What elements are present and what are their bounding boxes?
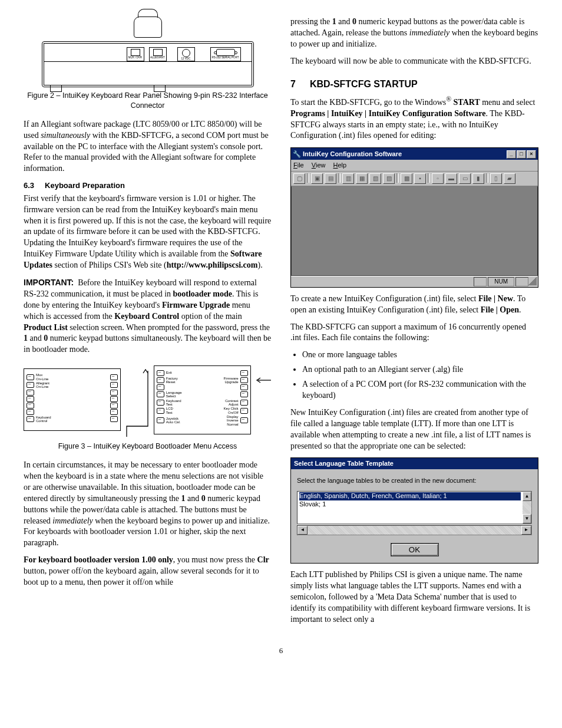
titlebar: 🔧 IntuiKey Configuration Software _□×	[291, 148, 538, 160]
paragraph: For keyboard bootloader version 1.00 onl…	[24, 555, 272, 588]
list-item: One or more language tables	[302, 350, 538, 361]
dialog-prompt: Select the language tables to be created…	[297, 476, 532, 485]
port-rs232: RS-232 SERIAL PORT	[210, 47, 241, 61]
listbox[interactable]: English, Spanish, Dutch, French, German,…	[297, 491, 532, 524]
paragraph: pressing the 1 and 0 numeric keypad butt…	[290, 17, 538, 50]
vertical-scrollbar[interactable]: ▲ ▼	[523, 492, 531, 523]
right-column: pressing the 1 and 0 numeric keypad butt…	[290, 17, 538, 631]
arrow-icon	[125, 361, 149, 438]
ok-button[interactable]: OK	[391, 543, 438, 556]
maximize-icon[interactable]: □	[517, 150, 526, 159]
app-window: 🔧 IntuiKey Configuration Software _□× Fi…	[290, 147, 538, 287]
port-allegiant: ALLEGIANT	[149, 47, 167, 61]
paragraph: Each LTT published by Philips CSI is giv…	[290, 569, 538, 625]
toolbar-icon[interactable]: ▰	[504, 173, 515, 184]
menu-view[interactable]: View	[312, 162, 326, 169]
bullet-list: One or more language tables An optional …	[290, 350, 538, 401]
window-title: IntuiKey Configuration Software	[303, 150, 402, 157]
arrow-icon	[256, 374, 272, 386]
lcd-left: MuxOn-LineAllegiantOn-LineKeyboardContro…	[24, 368, 121, 431]
resize-grip-icon[interactable]	[528, 277, 537, 285]
figure-3-caption: Figure 3 – IntuiKey Keyboard Bootloader …	[24, 442, 272, 452]
paragraph: First verify that the keyboard's firmwar…	[24, 193, 272, 271]
subheading-6-3: 6.3 Keyboard Preparation	[24, 180, 272, 191]
toolbar-icon[interactable]: ▥	[342, 173, 354, 184]
status-cell-num: NUM	[488, 277, 514, 286]
toolbar-icon[interactable]: ▪	[414, 173, 426, 184]
joystick-icon	[134, 17, 162, 38]
left-column: MUX / DVR ALLEGIANT 12 VDC RS-232 SERIAL…	[24, 17, 272, 631]
list-item[interactable]: Slovak; 1	[299, 500, 521, 509]
horizontal-scrollbar[interactable]: ◄ ►	[297, 525, 532, 535]
toolbar-icon[interactable]: ▮	[472, 173, 484, 184]
dialog-title: Select Language Table Template	[291, 458, 538, 469]
paragraph: New IntuiKey Configuration (.int) files …	[290, 407, 538, 452]
toolbar-icon[interactable]: ▩	[401, 173, 412, 184]
port-12vdc: 12 VDC	[177, 47, 195, 61]
toolbar-icon[interactable]: ▦	[356, 173, 368, 184]
status-cell	[474, 277, 487, 286]
scroll-up-icon[interactable]: ▲	[523, 492, 531, 501]
paragraph: The KBD-SFTCFG can support a maximum of …	[290, 322, 538, 344]
list-item: An optional path to an Allegiant server …	[302, 364, 538, 375]
figure-2-caption: Figure 2 – IntuiKey Keyboard Rear Panel …	[24, 91, 272, 111]
toolbar-icon[interactable]: ▫	[432, 173, 444, 184]
paragraph: If an Allegiant software package (LTC 80…	[24, 119, 272, 174]
toolbar-new-icon[interactable]: ▢	[293, 173, 305, 184]
menubar[interactable]: File View Help	[291, 160, 538, 172]
close-icon[interactable]: ×	[527, 150, 536, 159]
page-number: 6	[24, 645, 538, 656]
toolbar: ▢ ▣ ▤ ▥ ▦ ▧ ▨ ▩ ▪ ▫ ▬ ▭ ▮ ▯ ▰	[291, 172, 538, 186]
scroll-right-icon[interactable]: ►	[521, 526, 531, 535]
toolbar-icon[interactable]: ▯	[490, 173, 502, 184]
toolbar-icon[interactable]: ▭	[459, 173, 471, 184]
list-item[interactable]: English, Spanish, Dutch, French, German,…	[299, 492, 521, 500]
paragraph: In certain circumstances, it may be nece…	[24, 460, 272, 549]
paragraph: To start the KBD-SFTCFG, go to the Windo…	[290, 95, 538, 141]
toolbar-icon[interactable]: ▬	[445, 173, 457, 184]
client-area	[291, 186, 538, 276]
menu-file[interactable]: File	[293, 162, 304, 169]
section-7-heading: 7 KBD-SFTCFG STARTUP	[290, 78, 538, 91]
lcd-right: ExitFactoryResetFirmwareUpgradeLanguageS…	[154, 365, 251, 434]
paragraph: To create a new IntuiKey Configuration (…	[290, 294, 538, 316]
scroll-down-icon[interactable]: ▼	[523, 514, 531, 523]
menu-help[interactable]: Help	[333, 162, 347, 169]
dialog-select-ltt: Select Language Table Template Select th…	[290, 457, 538, 564]
minimize-icon[interactable]: _	[507, 150, 516, 159]
paragraph: IMPORTANT: Before the IntuiKey keyboard …	[24, 277, 272, 355]
toolbar-icon[interactable]: ▧	[369, 173, 381, 184]
figure-3: MuxOn-LineAllegiantOn-LineKeyboardContro…	[24, 361, 272, 438]
port-mux-dvr: MUX / DVR	[127, 47, 144, 61]
scroll-left-icon[interactable]: ◄	[297, 526, 308, 535]
figure-2: MUX / DVR ALLEGIANT 12 VDC RS-232 SERIAL…	[42, 17, 254, 87]
status-cell	[515, 277, 528, 286]
toolbar-save-icon[interactable]: ▤	[325, 173, 336, 184]
toolbar-icon[interactable]: ▨	[383, 173, 395, 184]
toolbar-open-icon[interactable]: ▣	[311, 173, 323, 184]
paragraph: The keyboard will now be able to communi…	[290, 56, 538, 67]
statusbar: NUM	[291, 276, 538, 287]
list-item: A selection of a PC COM port (for RS-232…	[302, 379, 538, 401]
